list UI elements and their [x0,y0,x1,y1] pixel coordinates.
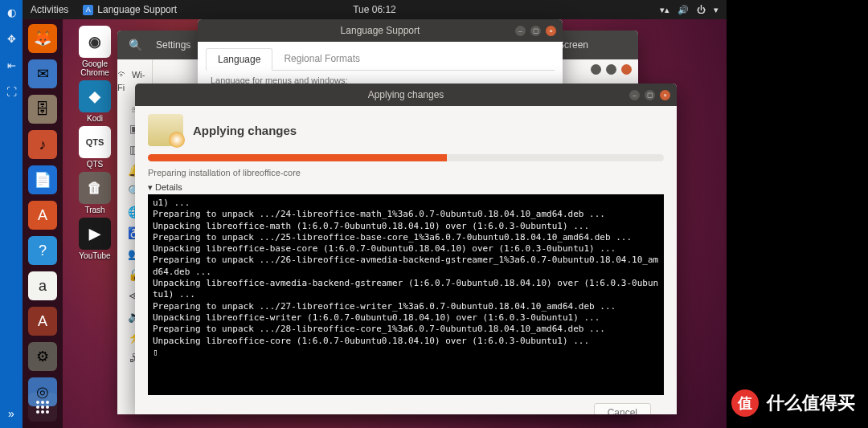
applying-heading: Applying changes [193,124,297,137]
amazon-icon[interactable]: a [28,271,57,300]
dock: 🦊 ✉ 🗄 ♪ 📄 A ? a A ⚙ ◎ [23,19,63,428]
firefox-icon[interactable]: 🦊 [28,24,57,53]
desktop-icon-google-chrome[interactable]: ◉Google Chrome [72,26,117,77]
network-icon[interactable]: ▾▴ [660,5,669,15]
desktop-icon-trash[interactable]: 🗑Trash [72,172,117,214]
topbar-app-label: Language Support [97,4,177,15]
google-chrome-icon: ◉ [79,26,111,58]
window-title: Language Support [341,25,420,36]
desktop-icon-label: Trash [84,206,104,214]
progress-bar [148,154,664,161]
software-updater-icon[interactable]: A [28,307,57,336]
desktop-icon-kodi[interactable]: ◆Kodi [72,80,117,123]
watermark-text: 什么值得买 [767,391,855,415]
details-toggle[interactable]: ▾ Details [148,182,664,193]
trash-icon: 🗑 [79,172,111,204]
language-support-icon: A [83,5,93,15]
tab-language[interactable]: Language [206,48,272,71]
minimize-icon[interactable] [591,64,601,75]
ubuntu-icon[interactable]: ◐ [7,6,16,18]
clock[interactable]: Tue 06:12 [353,4,396,15]
fullscreen-icon[interactable]: ⛶ [6,86,17,98]
applying-changes-dialog: Applying changes – ▢ × Applying changes … [135,84,677,414]
youtube-icon: ▶ [79,218,111,250]
watermark: 值 什么值得买 [731,389,855,417]
tool-icon[interactable]: ✥ [7,33,16,45]
volume-icon[interactable]: 🔊 [678,5,689,15]
kodi-icon: ◆ [79,80,111,112]
ubuntu-software-icon[interactable]: A [28,201,57,230]
language-support-window: Language Support – ▢ × Language Regional… [198,19,563,88]
show-apps-button[interactable] [28,393,57,422]
close-icon[interactable] [621,64,632,75]
vm-sidebar: ◐ ✥ ⇤ ⛶ » [0,0,23,428]
desktop-icon-youtube[interactable]: ▶YouTube [72,218,117,260]
maximize-icon[interactable]: ▢ [530,26,541,36]
close-icon[interactable]: × [546,26,556,36]
desktop: Activities A Language Support Tue 06:12 … [23,0,727,428]
power-icon[interactable]: ⏻ [697,5,706,15]
desktop-icon-label: YouTube [79,251,110,260]
activities-button[interactable]: Activities [31,4,68,15]
package-icon [148,114,183,146]
search-icon[interactable]: 🔍 [117,39,153,51]
files-icon[interactable]: 🗄 [28,95,57,124]
desktop-icons: ◉Google Chrome◆KodiQTSQTS🗑Trash▶YouTube [72,26,117,260]
chevron-down-icon[interactable]: ▾ [714,5,719,15]
terminal-output[interactable]: u1) ... Preparing to unpack .../24-libre… [148,194,664,395]
gnome-topbar: Activities A Language Support Tue 06:12 … [23,0,727,19]
topbar-app[interactable]: A Language Support [83,4,177,15]
collapse-icon[interactable]: ⇤ [7,59,16,71]
close-icon[interactable]: × [660,90,670,100]
maximize-icon[interactable] [606,64,616,75]
desktop-icon-label: QTS [87,160,104,169]
minimize-icon[interactable]: – [515,26,526,36]
tabs: Language Regional Formats [206,48,555,71]
settings-icon[interactable]: ⚙ [28,342,57,371]
desktop-icon-label: Google Chrome [72,59,117,77]
system-tray[interactable]: ▾▴ 🔊 ⏻ ▾ [660,5,719,15]
minimize-icon[interactable]: – [629,90,640,100]
dialog-title: Applying changes [368,89,444,100]
maximize-icon[interactable]: ▢ [645,90,655,100]
thunderbird-icon[interactable]: ✉ [28,59,57,88]
watermark-badge-icon: 值 [731,389,759,417]
desktop-icon-label: Kodi [87,114,103,123]
help-icon[interactable]: ? [28,236,57,265]
status-text: Preparing installation of libreoffice-co… [148,168,664,177]
desktop-icon-qts[interactable]: QTSQTS [72,126,117,169]
expand-icon[interactable]: » [8,407,14,420]
tab-regional-formats[interactable]: Regional Formats [272,48,371,70]
rhythmbox-icon[interactable]: ♪ [28,130,57,159]
qts-icon: QTS [79,126,111,158]
libreoffice-writer-icon[interactable]: 📄 [28,165,57,194]
cancel-button[interactable]: Cancel [594,403,651,414]
